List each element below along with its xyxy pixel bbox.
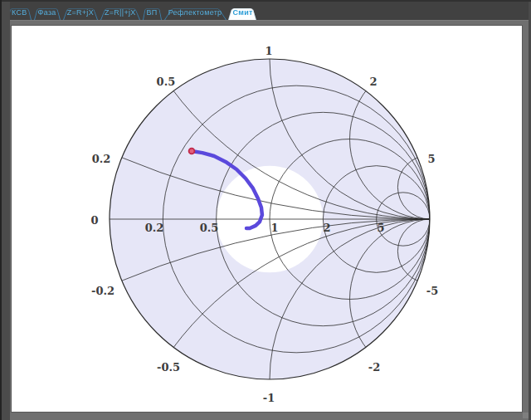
tab-smith-label: Смит <box>232 8 252 17</box>
axis-label: 1 <box>270 222 278 234</box>
window-left-border <box>2 0 10 420</box>
tab-vp-label: ВП <box>147 8 158 17</box>
tab-ksv[interactable]: КСВ <box>7 4 32 20</box>
axis-label: 0.2 <box>145 222 164 234</box>
axis-label: -0.5 <box>157 361 180 374</box>
axis-label: 2 <box>370 76 378 88</box>
axis-label: 0 <box>91 214 99 227</box>
axis-label: -1 <box>263 392 275 404</box>
axis-label: 2 <box>324 222 331 234</box>
tab-z-series-label: Z=R+jX <box>67 8 94 17</box>
tab-ksv-label: КСВ <box>12 8 27 17</box>
axis-label: 5 <box>377 222 384 234</box>
axis-label: 5 <box>427 153 435 165</box>
axis-label: -0.2 <box>91 285 114 297</box>
axis-label: 0.2 <box>92 153 111 165</box>
resize-grip[interactable] <box>523 413 529 418</box>
tab-reflectometer[interactable]: Рефлектометр <box>164 4 227 20</box>
tab-smith[interactable]: Смит <box>228 4 256 20</box>
axis-label: -5 <box>426 285 438 297</box>
tab-vp[interactable]: ВП <box>143 4 162 20</box>
tab-phase-label: Фаза <box>38 8 56 17</box>
window-top-edge <box>0 0 531 2</box>
axis-label: 0.5 <box>157 76 176 88</box>
app-window: { "tabs": { "items": [ {"label": "КСВ", … <box>0 0 531 420</box>
tab-z-series[interactable]: Z=R+jX <box>63 4 98 20</box>
window-left-edge <box>0 0 2 420</box>
smith-chart: 10.520.250-0.2-5-0.5-2-10.20.5125 <box>12 26 522 412</box>
tab-z-parallel-label: Z=R||+jX <box>105 8 136 17</box>
axis-label: 1 <box>266 45 273 57</box>
tab-reflectometer-label: Рефлектометр <box>168 8 222 17</box>
trace-marker <box>189 149 195 154</box>
axis-label: 0.5 <box>200 222 219 234</box>
tab-bar: КСВ Фаза Z=R+jX Z=R||+jX ВП Рефлектометр… <box>0 0 531 20</box>
axis-label: -2 <box>368 361 380 374</box>
tab-z-parallel[interactable]: Z=R||+jX <box>100 4 140 20</box>
content-area: 10.520.250-0.2-5-0.5-2-10.20.5125 <box>0 20 531 420</box>
smith-chart-panel: 10.520.250-0.2-5-0.5-2-10.20.5125 <box>11 25 523 413</box>
tab-phase[interactable]: Фаза <box>34 4 61 20</box>
